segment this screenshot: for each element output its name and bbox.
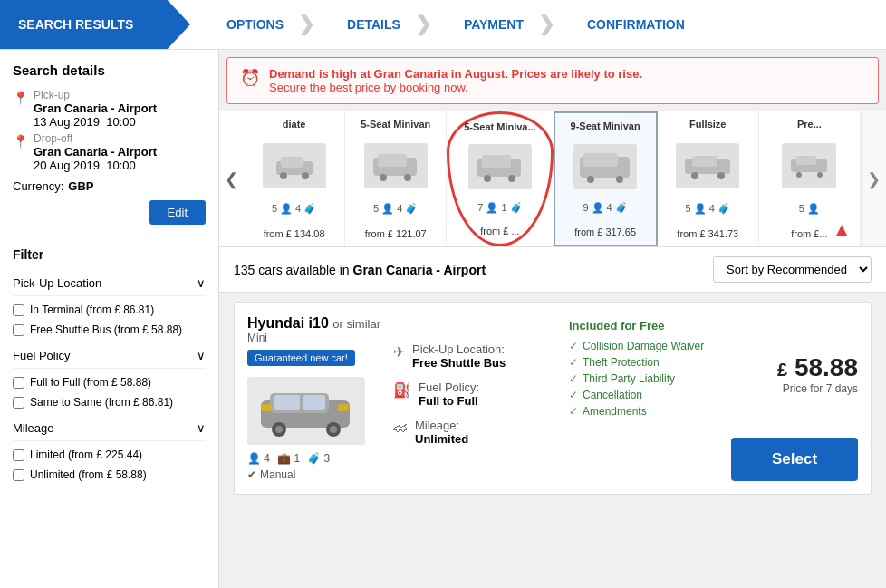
select-button[interactable]: Select xyxy=(731,438,858,481)
check-icon: ✓ xyxy=(569,372,578,385)
pickup-date: 13 Aug 2019 10:00 xyxy=(34,115,157,129)
price-value: £ 58.88 xyxy=(777,353,858,382)
nav-step-payment[interactable]: PAYMENT ❯ xyxy=(428,0,551,49)
included-item-4: ✓ Amendments xyxy=(569,405,718,418)
svg-point-14 xyxy=(587,176,594,183)
nav-step-details[interactable]: DETAILS ❯ xyxy=(311,0,428,49)
svg-rect-33 xyxy=(261,404,272,411)
svg-point-6 xyxy=(380,174,387,181)
fuel-icon: ⛽ xyxy=(393,381,411,399)
results-header: 135 cars available in Gran Canaria - Air… xyxy=(219,247,886,293)
mileage-filter[interactable]: Mileage ∨ xyxy=(13,416,206,441)
pickup-location: Gran Canaria - Airport xyxy=(34,101,157,115)
car-type-price-0: from £ 134.08 xyxy=(264,228,325,239)
svg-point-23 xyxy=(817,172,823,178)
pickup-location-detail: ✈ Pick-Up Location: Free Shuttle Bus xyxy=(393,342,556,370)
plane-icon: ✈ xyxy=(393,343,405,361)
check-icon: ✓ xyxy=(569,340,578,352)
filter-in-terminal[interactable]: In Terminal (from £ 86.81) xyxy=(13,300,206,320)
filter-same-to-same[interactable]: Same to Same (from £ 86.81) xyxy=(13,392,206,412)
guaranteed-badge: Guaranteed new car! xyxy=(247,350,355,366)
pickup-icon: 📍 xyxy=(13,91,28,105)
car-type-image-placeholder-3 xyxy=(573,144,637,189)
car-type-item-4[interactable]: Fullsize 5 👤 4 🧳 from £ 341.73 xyxy=(658,111,759,246)
manual-icon: ✔ xyxy=(247,468,256,481)
top-navigation: SEARCH RESULTS OPTIONS ❯ DETAILS ❯ PAYME… xyxy=(0,0,886,50)
pickup-label: Pick-up xyxy=(34,89,157,101)
car-type-image-placeholder-4 xyxy=(676,143,739,188)
mileage-icon: 🏎 xyxy=(393,419,408,436)
nav-search-results[interactable]: SEARCH RESULTS xyxy=(0,0,190,49)
car-image xyxy=(247,377,365,445)
transmission-row: ✔ Manual xyxy=(247,468,380,481)
filter-full-to-full[interactable]: Full to Full (from £ 58.88) xyxy=(13,372,206,392)
fuel-policy-detail: ⛽ Fuel Policy: Full to Full xyxy=(393,381,556,408)
filter-unlimited[interactable]: Unlimited (from £ 58.88) xyxy=(13,465,206,485)
included-item-3: ✓ Cancellation xyxy=(569,389,718,401)
alert-icon: ⏰ xyxy=(240,68,260,88)
sort-dropdown[interactable]: Sort by Recommended xyxy=(713,256,872,283)
pickup-location-filter[interactable]: Pick-Up Location ∨ xyxy=(13,271,206,296)
svg-rect-32 xyxy=(338,404,349,411)
dropoff-date: 20 Aug 2019 10:00 xyxy=(34,159,157,172)
included-item-2: ✓ Third Party Liability xyxy=(569,372,718,385)
chevron-down-icon: ∨ xyxy=(197,349,206,362)
svg-point-18 xyxy=(691,172,698,179)
car-card-price: £ 58.88 Price for 7 days Select xyxy=(731,315,858,481)
check-icon: ✓ xyxy=(569,356,578,369)
car-type-label: 9-Seat Minivan xyxy=(571,120,640,131)
svg-point-15 xyxy=(616,176,623,183)
included-title: Included for Free xyxy=(569,319,718,333)
svg-rect-21 xyxy=(796,156,816,165)
svg-point-7 xyxy=(404,174,411,181)
svg-point-2 xyxy=(280,172,287,179)
car-type-price-3: from £ 317.65 xyxy=(574,227,636,237)
car-type-label: Fullsize xyxy=(689,119,726,130)
mileage-label: Mileage: xyxy=(415,419,468,432)
car-type-image-placeholder-1 xyxy=(364,143,428,188)
car-type-carousel: ❮ diate 5 👤 4 🧳 from £ 134.08 5-Seat Min… xyxy=(219,111,886,247)
dropoff-label: Drop-off xyxy=(34,132,157,145)
car-type-item-3[interactable]: 9-Seat Minivan 9 👤 4 🧳 from £ 317.65 xyxy=(554,111,658,246)
carousel-prev-button[interactable]: ❮ xyxy=(219,111,244,246)
filter-free-shuttle[interactable]: Free Shuttle Bus (from £ 58.88) xyxy=(13,320,206,340)
nav-step-options[interactable]: OPTIONS ❯ xyxy=(190,0,311,49)
svg-point-29 xyxy=(275,426,283,433)
svg-point-3 xyxy=(302,172,309,179)
nav-step-confirmation[interactable]: CONFIRMATION xyxy=(551,0,712,49)
svg-rect-5 xyxy=(378,154,407,167)
car-type-item-1[interactable]: 5-Seat Minivan 5 👤 4 🧳 from £ 121.07 xyxy=(345,111,447,246)
car-type-price-2: from £ ... xyxy=(480,226,519,236)
car-type-label: Pre... xyxy=(797,119,822,130)
car-card-info: Hyundai i10 or similar Mini Guaranteed n… xyxy=(247,315,380,481)
chevron-down-icon: ∨ xyxy=(197,276,206,290)
car-type-item-0[interactable]: diate 5 👤 4 🧳 from £ 134.08 xyxy=(244,111,345,246)
car-type-image-placeholder-0 xyxy=(263,143,326,188)
svg-point-11 xyxy=(508,175,515,182)
filter-limited[interactable]: Limited (from £ 225.44) xyxy=(13,445,206,465)
car-list: Hyundai i10 or similar Mini Guaranteed n… xyxy=(219,293,886,588)
included-item-0: ✓ Collision Damage Waiver xyxy=(569,340,718,352)
car-type-item-2[interactable]: 5-Seat Miniva... 7 👤 1 🧳 from £ ... xyxy=(447,111,553,246)
car-type-label: 5-Seat Minivan xyxy=(361,119,430,130)
edit-button[interactable]: Edit xyxy=(149,200,206,225)
sidebar-title: Search details xyxy=(13,63,206,78)
red-arrow-indicator: ▲ xyxy=(832,218,852,242)
alert-sub-text: Secure the best price by booking now. xyxy=(269,81,642,94)
pickup-location-label: Pick-Up Location: xyxy=(412,342,506,356)
car-type-price-5: from £... xyxy=(791,228,827,239)
included-item-1: ✓ Theft Protection xyxy=(569,356,718,369)
svg-point-31 xyxy=(330,426,337,433)
car-card-included: Included for Free ✓ Collision Damage Wai… xyxy=(569,315,718,481)
mileage-detail: 🏎 Mileage: Unlimited xyxy=(393,419,556,446)
svg-point-22 xyxy=(796,172,802,178)
currency-symbol: £ xyxy=(777,360,787,380)
svg-rect-17 xyxy=(692,156,717,167)
carousel-next-button[interactable]: ❯ xyxy=(861,111,886,246)
svg-rect-9 xyxy=(482,155,511,168)
price-label: Price for 7 days xyxy=(777,382,858,395)
fuel-policy-filter[interactable]: Fuel Policy ∨ xyxy=(13,343,206,369)
car-type-image-placeholder-2 xyxy=(468,144,532,189)
car-card-details: ✈ Pick-Up Location: Free Shuttle Bus ⛽ F… xyxy=(393,315,556,481)
car-type-price-1: from £ 121.07 xyxy=(365,228,427,239)
